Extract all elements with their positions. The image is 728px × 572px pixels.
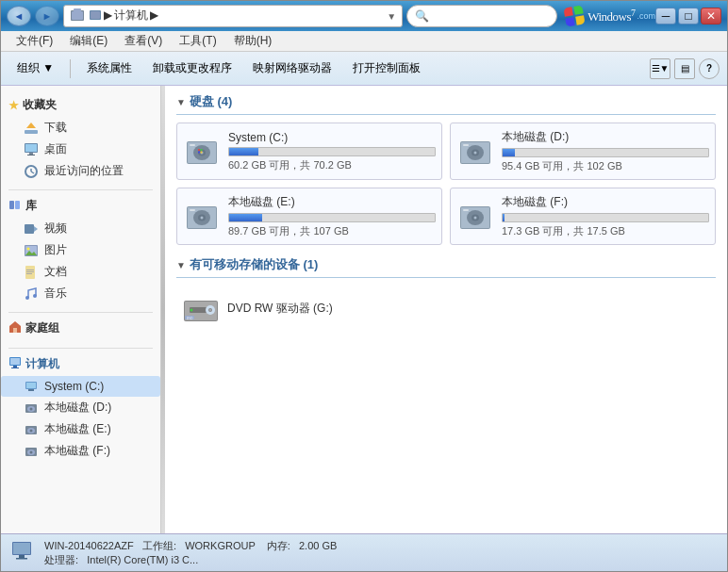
windows-flag-icon	[564, 5, 586, 26]
video-label: 视频	[44, 221, 67, 237]
removable-toggle[interactable]: ▼	[176, 260, 186, 270]
drive-d-bar	[503, 149, 515, 156]
drive-e-bar	[229, 214, 262, 221]
sidebar-item-music[interactable]: 音乐	[1, 283, 160, 304]
drive-d-bar-container	[502, 148, 709, 157]
sidebar-computer-label: 计算机	[25, 356, 59, 372]
computer-root-icon	[24, 379, 39, 394]
map-drive-button[interactable]: 映射网络驱动器	[244, 56, 340, 82]
menu-view[interactable]: 查看(V)	[117, 31, 170, 51]
help-button[interactable]: ?	[699, 58, 720, 79]
menu-help[interactable]: 帮助(H)	[226, 31, 280, 51]
computer-sidebar-icon	[8, 356, 22, 372]
address-dropdown-arrow[interactable]: ▼	[387, 11, 396, 22]
close-button[interactable]: ✕	[701, 8, 721, 25]
video-icon	[24, 221, 39, 237]
removable-section-title: 有可移动存储的设备 (1)	[190, 256, 319, 273]
forward-button[interactable]: ►	[35, 6, 59, 26]
sidebar-item-documents[interactable]: 文档	[1, 261, 160, 283]
preview-pane-button[interactable]: ▤	[674, 58, 695, 79]
svg-marker-17	[34, 226, 38, 232]
pictures-label: 图片	[44, 242, 67, 258]
toolbar-right: ☰▼ ▤ ?	[650, 58, 720, 79]
sidebar-favorites-label: 收藏夹	[23, 97, 57, 113]
drive-e-item[interactable]: 本地磁盘 (E:) 89.7 GB 可用，共 107 GB	[176, 188, 442, 245]
sidebar-item-drive-e[interactable]: 本地磁盘 (E:)	[1, 418, 160, 440]
drive-f-bar-container	[502, 213, 709, 222]
svg-rect-73	[463, 209, 469, 211]
view-options-button[interactable]: ☰▼	[650, 58, 670, 79]
desktop-icon	[24, 142, 39, 157]
menu-edit[interactable]: 编辑(E)	[62, 31, 115, 51]
svg-rect-1	[72, 11, 83, 20]
drive-c-bar	[229, 148, 258, 155]
drive-f-item[interactable]: 本地磁盘 (F:) 17.3 GB 可用，共 17.5 GB	[450, 188, 716, 245]
minimize-button[interactable]: ─	[655, 8, 676, 25]
sidebar-item-drive-f[interactable]: 本地磁盘 (F:)	[1, 440, 160, 462]
drive-d-space: 95.4 GB 可用，共 102 GB	[502, 159, 709, 173]
sidebar-item-video[interactable]: 视频	[1, 218, 160, 239]
drive-c-item[interactable]: System (C:) 60.2 GB 可用，共 70.2 GB	[176, 123, 442, 180]
svg-point-79	[209, 309, 211, 311]
drive-e-icon	[183, 198, 221, 236]
search-icon: 🔍	[415, 9, 429, 23]
sidebar-item-desktop[interactable]: 桌面	[1, 139, 160, 160]
dvd-item[interactable]: DVD DVD RW 驱动器 (G:)	[176, 286, 716, 335]
drive-f-info: 本地磁盘 (F:) 17.3 GB 可用，共 17.5 GB	[502, 194, 709, 238]
drive-c-space: 60.2 GB 可用，共 70.2 GB	[228, 158, 436, 172]
sidebar-divider-1	[8, 189, 153, 190]
svg-rect-31	[13, 366, 17, 368]
main-window: ◄ ► ▶ 计算机 ▶ ▼ 🔍	[0, 0, 728, 572]
menu-file[interactable]: 文件(F)	[8, 31, 60, 51]
workgroup-label: 工作组:	[142, 540, 176, 551]
back-button[interactable]: ◄	[7, 6, 31, 26]
svg-point-60	[474, 151, 477, 154]
svg-rect-25	[26, 273, 32, 274]
sidebar-section-homegroup: 家庭组	[1, 317, 160, 340]
dvd-name: DVD RW 驱动器 (G:)	[227, 301, 710, 317]
svg-rect-34	[26, 383, 36, 388]
nav-controls: ◄ ►	[7, 6, 59, 26]
svg-rect-67	[190, 209, 195, 211]
svg-point-41	[30, 429, 33, 432]
memory-label: 内存:	[267, 540, 290, 551]
svg-rect-23	[26, 270, 34, 270]
svg-point-38	[30, 407, 33, 410]
sidebar-divider-2	[8, 312, 153, 313]
sidebar-header-favorites: ★ 收藏夹	[1, 93, 160, 117]
sidebar-header-library: 库	[1, 194, 160, 218]
drive-d-item[interactable]: 本地磁盘 (D:) 95.4 GB 可用，共 102 GB	[450, 123, 716, 180]
svg-rect-10	[27, 155, 35, 155]
control-panel-button[interactable]: 打开控制面板	[344, 56, 429, 82]
downloads-icon	[24, 121, 39, 136]
address-text: ▶ 计算机 ▶	[89, 8, 387, 25]
svg-point-27	[33, 294, 37, 298]
desktop-label: 桌面	[44, 141, 67, 157]
sidebar-item-downloads[interactable]: 下载	[1, 117, 160, 139]
search-bar[interactable]: 🔍	[406, 5, 557, 27]
menu-tools[interactable]: 工具(T)	[172, 31, 223, 51]
drive-d-icon	[456, 133, 494, 171]
svg-rect-5	[25, 130, 38, 134]
sidebar-item-pictures[interactable]: 图片	[1, 239, 160, 261]
maximize-button[interactable]: □	[678, 8, 699, 25]
address-bar[interactable]: ▶ 计算机 ▶ ▼	[63, 5, 403, 27]
sidebar-item-drive-d[interactable]: 本地磁盘 (D:)	[1, 397, 160, 418]
window-controls: ─ □ ✕	[655, 8, 721, 25]
harddisk-toggle[interactable]: ▼	[176, 97, 186, 107]
sidebar-item-computer-root[interactable]: System (C:)	[1, 376, 160, 397]
uninstall-button[interactable]: 卸载或更改程序	[144, 56, 240, 82]
svg-point-80	[190, 309, 193, 312]
sidebar-homegroup-label: 家庭组	[25, 320, 59, 336]
sidebar-library-label: 库	[25, 198, 37, 214]
content-area: ▼ 硬盘 (4)	[165, 86, 727, 533]
sidebar-item-recent[interactable]: 最近访问的位置	[1, 160, 160, 182]
organize-button[interactable]: 组织 ▼	[8, 56, 62, 82]
system-properties-button[interactable]: 系统属性	[78, 56, 141, 82]
address-icon	[70, 8, 85, 25]
dvd-info: DVD RW 驱动器 (G:)	[227, 301, 710, 319]
music-label: 音乐	[44, 286, 67, 302]
downloads-label: 下载	[44, 120, 67, 136]
svg-point-20	[27, 247, 30, 250]
svg-rect-50	[190, 144, 195, 146]
